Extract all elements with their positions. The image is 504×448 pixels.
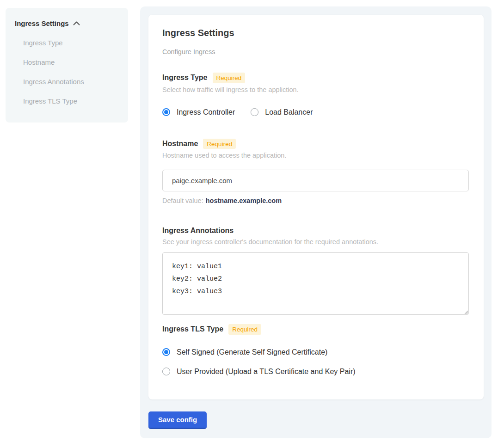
chevron-up-icon [73, 21, 80, 25]
default-value-label: Default value: [162, 197, 203, 204]
radio-option-user-provided[interactable]: User Provided (Upload a TLS Certificate … [162, 368, 470, 376]
required-badge: Required [213, 73, 246, 83]
sidebar-item-ingress-annotations[interactable]: Ingress Annotations [23, 78, 119, 86]
radio-selected-icon[interactable] [162, 108, 170, 116]
hostname-default-line: Default value:hostname.example.com [162, 197, 470, 204]
radio-option-self-signed[interactable]: Self Signed (Generate Self Signed Certif… [162, 348, 470, 356]
page-subtitle: Configure Ingress [162, 48, 470, 55]
save-config-button[interactable]: Save config [148, 411, 207, 429]
radio-unselected-icon[interactable] [162, 368, 170, 375]
required-badge: Required [228, 324, 261, 335]
default-value-text: hostname.example.com [206, 197, 282, 204]
field-group-ingress-type: Ingress Type Required Select how traffic… [162, 73, 470, 117]
radio-option-ingress-controller[interactable]: Ingress Controller [162, 108, 235, 117]
sidebar-item-ingress-type[interactable]: Ingress Type [23, 39, 119, 47]
hostname-help: Hostname used to access the application. [162, 152, 470, 159]
ingress-annotations-help: See your ingress controller's documentat… [162, 238, 470, 245]
sidebar-item-ingress-tls-type[interactable]: Ingress TLS Type [23, 98, 119, 105]
ingress-annotations-label: Ingress Annotations [162, 226, 234, 235]
radio-option-label: Load Balancer [265, 108, 313, 117]
hostname-input[interactable] [162, 170, 469, 191]
radio-option-label: User Provided (Upload a TLS Certificate … [177, 368, 356, 376]
ingress-tls-type-radio-group: Self Signed (Generate Self Signed Certif… [162, 348, 470, 376]
radio-unselected-icon[interactable] [251, 108, 258, 116]
sidebar-item-hostname[interactable]: Hostname [23, 59, 119, 66]
radio-option-label: Ingress Controller [177, 108, 235, 117]
ingress-type-label: Ingress Type [162, 73, 208, 82]
field-group-ingress-tls-type: Ingress TLS Type Required Self Signed (G… [162, 324, 470, 376]
ingress-tls-type-label: Ingress TLS Type [162, 325, 223, 334]
page-title: Ingress Settings [162, 28, 470, 38]
ingress-type-help: Select how traffic will ingress to the a… [162, 86, 470, 93]
ingress-type-radio-group: Ingress Controller Load Balancer [162, 108, 470, 117]
required-badge: Required [203, 139, 236, 149]
ingress-settings-card: Ingress Settings Configure Ingress Ingre… [148, 15, 484, 399]
radio-selected-icon[interactable] [162, 348, 170, 356]
field-group-ingress-annotations: Ingress Annotations See your ingress con… [162, 226, 470, 315]
radio-option-load-balancer[interactable]: Load Balancer [251, 108, 313, 117]
radio-option-label: Self Signed (Generate Self Signed Certif… [177, 348, 327, 356]
config-panel: Ingress Settings Configure Ingress Ingre… [140, 6, 492, 438]
sidebar-group-label: Ingress Settings [15, 19, 69, 27]
config-sidebar: Ingress Settings Ingress Type Hostname I… [6, 8, 128, 123]
ingress-annotations-textarea[interactable]: key1: value1 key2: value2 key3: value3 [162, 252, 469, 315]
field-group-hostname: Hostname Required Hostname used to acces… [162, 139, 470, 205]
hostname-label: Hostname [162, 139, 198, 148]
sidebar-group-ingress-settings[interactable]: Ingress Settings [15, 19, 119, 27]
